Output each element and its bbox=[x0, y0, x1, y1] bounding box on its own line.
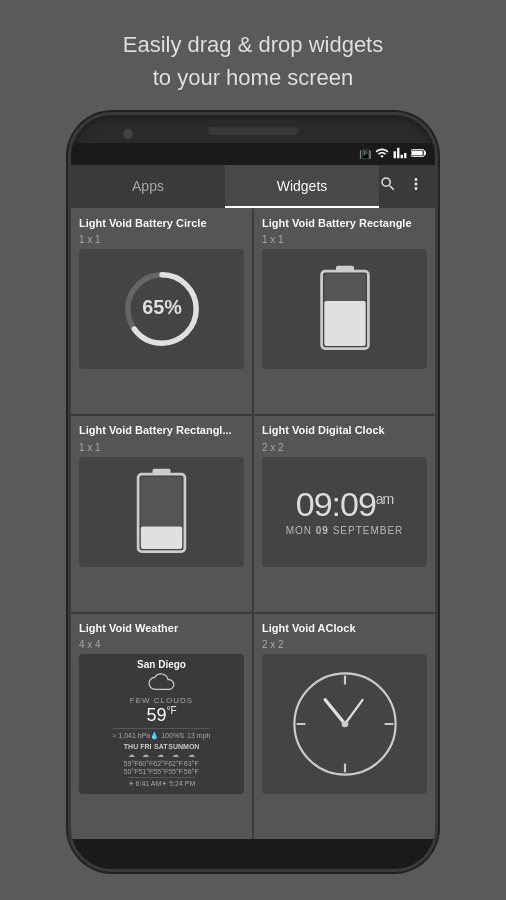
weather-wind: ⇅ 13 mph bbox=[179, 732, 210, 740]
wifi-icon bbox=[375, 146, 389, 162]
phone-bottom-bar bbox=[71, 839, 435, 869]
svg-rect-9 bbox=[324, 301, 365, 346]
phone-screen: 📳 Apps Widgets bbox=[71, 143, 435, 839]
vibrate-icon: 📳 bbox=[359, 149, 371, 160]
svg-line-20 bbox=[345, 700, 363, 724]
weather-humidity: 💧 100% bbox=[150, 732, 179, 740]
weather-condition: FEW CLOUDS bbox=[130, 696, 193, 705]
widget-weather-size: 4 x 4 bbox=[79, 639, 244, 650]
weather-sunset: ☀ 5:24 PM bbox=[161, 780, 195, 788]
weather-day-mon: MON ☁ 63°F 56°F bbox=[183, 743, 199, 775]
more-options-icon[interactable] bbox=[407, 175, 425, 198]
widget-weather[interactable]: Light Void Weather 4 x 4 San Diego FEW C… bbox=[71, 614, 252, 839]
battery-rect-partial-svg bbox=[134, 467, 189, 557]
weather-city: San Diego bbox=[137, 659, 186, 670]
widget-weather-preview: San Diego FEW CLOUDS 59°F ≈ 1,041 hPa 💧 … bbox=[79, 654, 244, 794]
header-line2: to your home screen bbox=[123, 61, 383, 94]
camera-dot bbox=[123, 129, 133, 139]
widget-digital-clock[interactable]: Light Void Digital Clock 2 x 2 09:09am M… bbox=[254, 416, 435, 611]
tab-actions bbox=[379, 175, 435, 198]
widget-battery-rect-partial-title: Light Void Battery Rectangl... bbox=[79, 424, 244, 437]
aclock-svg bbox=[290, 669, 400, 779]
weather-sunrise-sunset: ☀ 6:41 AM ☀ 5:24 PM bbox=[128, 777, 196, 788]
weather-pressure: ≈ 1,041 hPa bbox=[113, 732, 151, 740]
widget-battery-rect-full-preview bbox=[262, 249, 427, 369]
widget-battery-circle-title: Light Void Battery Circle bbox=[79, 217, 244, 230]
svg-rect-8 bbox=[324, 274, 365, 301]
widget-weather-title: Light Void Weather bbox=[79, 622, 244, 635]
svg-point-21 bbox=[341, 721, 348, 728]
weather-cloud-icon bbox=[147, 672, 177, 694]
widget-aclock[interactable]: Light Void AClock 2 x 2 bbox=[254, 614, 435, 839]
header-text: Easily drag & drop widgets to your home … bbox=[123, 28, 383, 94]
widget-battery-rect-full-size: 1 x 1 bbox=[262, 234, 427, 245]
tab-bar: Apps Widgets bbox=[71, 165, 435, 209]
widget-battery-rect-full-title: Light Void Battery Rectangle bbox=[262, 217, 427, 230]
weather-day-sun: SUN ☁ 62°F 55°F bbox=[168, 743, 183, 775]
widgets-grid: Light Void Battery Circle 1 x 1 65% bbox=[71, 209, 435, 839]
battery-rect-full-svg bbox=[315, 264, 375, 354]
weather-day-thu: THU ☁ 59°F 50°F bbox=[124, 743, 139, 775]
widget-battery-rect-partial-preview bbox=[79, 457, 244, 567]
widget-battery-circle-size: 1 x 1 bbox=[79, 234, 244, 245]
svg-rect-1 bbox=[424, 151, 426, 154]
battery-circle-svg: 65% bbox=[117, 264, 207, 354]
tab-widgets[interactable]: Widgets bbox=[225, 165, 379, 208]
widget-aclock-preview bbox=[262, 654, 427, 794]
weather-icon-area bbox=[147, 672, 177, 694]
widget-battery-circle-preview: 65% bbox=[79, 249, 244, 369]
widget-digital-clock-size: 2 x 2 bbox=[262, 442, 427, 453]
clock-time-display: 09:09am bbox=[296, 487, 394, 521]
phone-top-bar bbox=[71, 115, 435, 143]
weather-days: THU ☁ 59°F 50°F FRI ☁ 60°F 51°F SAT bbox=[124, 743, 200, 775]
weather-temp: 59°F bbox=[146, 705, 176, 726]
svg-text:65%: 65% bbox=[142, 297, 182, 319]
speaker-bar bbox=[208, 127, 298, 135]
clock-date-display: MON 09 SEPTEMBER bbox=[286, 525, 404, 536]
widget-battery-circle[interactable]: Light Void Battery Circle 1 x 1 65% bbox=[71, 209, 252, 414]
widget-digital-clock-title: Light Void Digital Clock bbox=[262, 424, 427, 437]
svg-rect-13 bbox=[141, 526, 182, 549]
widget-battery-rect-partial[interactable]: Light Void Battery Rectangl... 1 x 1 bbox=[71, 416, 252, 611]
search-icon[interactable] bbox=[379, 175, 397, 198]
svg-rect-12 bbox=[141, 476, 182, 526]
widget-aclock-size: 2 x 2 bbox=[262, 639, 427, 650]
status-bar: 📳 bbox=[71, 143, 435, 165]
weather-sunrise: ☀ 6:41 AM bbox=[128, 780, 162, 788]
header-line1: Easily drag & drop widgets bbox=[123, 28, 383, 61]
weather-day-sat: SAT ☁ 62°F 55°F bbox=[153, 743, 168, 775]
widget-aclock-title: Light Void AClock bbox=[262, 622, 427, 635]
tab-apps[interactable]: Apps bbox=[71, 165, 225, 208]
phone-mockup: 📳 Apps Widgets bbox=[68, 112, 438, 872]
weather-stats: ≈ 1,041 hPa 💧 100% ⇅ 13 mph bbox=[113, 728, 211, 740]
signal-icon bbox=[393, 146, 407, 162]
widget-battery-rect-partial-size: 1 x 1 bbox=[79, 442, 244, 453]
svg-line-19 bbox=[325, 700, 345, 724]
widget-digital-clock-preview: 09:09am MON 09 SEPTEMBER bbox=[262, 457, 427, 567]
widget-battery-rect-full[interactable]: Light Void Battery Rectangle 1 x 1 bbox=[254, 209, 435, 414]
battery-icon bbox=[411, 146, 427, 162]
svg-rect-2 bbox=[412, 151, 423, 156]
weather-day-fri: FRI ☁ 60°F 51°F bbox=[138, 743, 153, 775]
weather-unit: °F bbox=[166, 705, 176, 716]
